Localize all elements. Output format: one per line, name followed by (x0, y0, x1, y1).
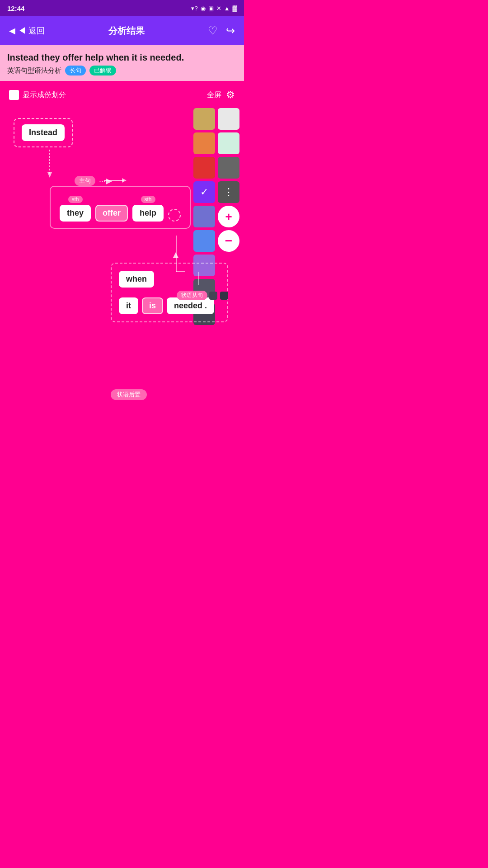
adverb-clause-group: when 状语从句 it is needed . (111, 263, 228, 322)
fullscreen-label[interactable]: 全屏 (207, 90, 221, 100)
sim-icon: ▣ (208, 5, 214, 12)
offer-word-box[interactable]: offer (95, 205, 128, 222)
nav-actions: ♡ ↪ (208, 24, 235, 37)
main-clause-header: 主句 ···▶ (75, 176, 112, 186)
back-label: ◀ 返回 (18, 25, 45, 36)
sentence-meta: 英语句型语法分析 长句 已解锁 (7, 66, 237, 75)
show-parts-label: 显示成份划分 (23, 90, 66, 100)
page-title: 分析结果 (108, 25, 145, 37)
tag-long[interactable]: 长句 (65, 66, 86, 75)
main-clause-label: 主句 (75, 176, 95, 186)
status-time: 12:44 (7, 5, 24, 12)
show-parts-group: 显示成份划分 (9, 90, 66, 100)
adverb-position-label: 状语后置 (111, 389, 147, 400)
wifi-x-icon: ✕ (216, 5, 221, 12)
it-word-box[interactable]: it (119, 297, 138, 314)
sentence-text: Instead they offer help when it is neede… (7, 52, 237, 63)
state-icon (209, 292, 217, 300)
they-group: sth they (60, 196, 91, 222)
diagram-container: Instead 主句 ···▶ sth they offer sth (5, 109, 239, 434)
state-icon2 (220, 292, 228, 300)
instead-group: Instead (14, 118, 73, 147)
help-group: sth help (132, 196, 164, 222)
signal-icon: ▾? (191, 5, 197, 12)
gear-icon[interactable]: ⚙ (226, 89, 235, 101)
offer-group: offer (95, 205, 128, 222)
up-arrow: ▲ (171, 249, 181, 261)
app-icon: ◉ (201, 5, 206, 12)
is-word-box[interactable]: is (142, 297, 163, 314)
instead-word-box[interactable]: Instead (22, 124, 65, 141)
canvas-area: 显示成份划分 全屏 ⚙ ✓ ⋮ (0, 81, 244, 479)
end-circle (168, 209, 181, 222)
signal-bars-icon: ▲ (224, 5, 230, 12)
svg-marker-3 (122, 178, 127, 183)
adverb-clause-label: 状语从句 (177, 291, 207, 300)
tag-unlocked[interactable]: 已解锁 (89, 66, 116, 75)
when-word-box[interactable]: when (119, 271, 154, 288)
status-bar: 12:44 ▾? ◉ ▣ ✕ ▲ ▓ (0, 0, 244, 16)
main-clause-group: sth they offer sth help (50, 186, 191, 229)
fullscreen-controls: 全屏 ⚙ (207, 89, 235, 101)
share-icon[interactable]: ↪ (226, 24, 235, 37)
help-word-box[interactable]: help (132, 205, 164, 222)
they-sth-label: sth (68, 196, 83, 203)
battery-icon: ▓ (233, 5, 237, 12)
top-controls: 显示成份划分 全屏 ⚙ (5, 85, 239, 104)
they-word-box[interactable]: they (60, 205, 91, 222)
nav-bar: ◀ ◀ 返回 分析结果 ♡ ↪ (0, 16, 244, 45)
back-button[interactable]: ◀ ◀ 返回 (9, 25, 45, 36)
svg-marker-1 (47, 172, 52, 178)
sentence-header: Instead they offer help when it is neede… (0, 45, 244, 81)
help-sth-label: sth (141, 196, 155, 203)
back-icon: ◀ (9, 26, 15, 36)
main-clause-arrow: ···▶ (99, 176, 112, 186)
main-clause-words: sth they offer sth help (60, 196, 181, 222)
heart-icon[interactable]: ♡ (208, 24, 218, 37)
show-parts-checkbox[interactable] (9, 90, 19, 100)
status-icons: ▾? ◉ ▣ ✕ ▲ ▓ (191, 5, 237, 12)
state-label-group: 状语从句 (177, 291, 228, 300)
meta-label: 英语句型语法分析 (7, 66, 61, 75)
